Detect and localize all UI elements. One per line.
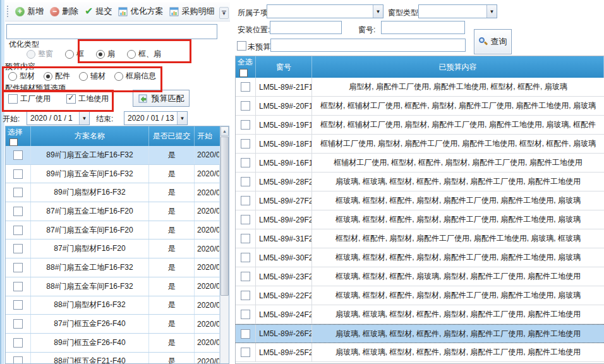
- plan-filter-input[interactable]: [6, 24, 217, 39]
- radio-option[interactable]: 框: [65, 49, 84, 59]
- plan-row-checkbox[interactable]: [13, 338, 23, 348]
- plan-row-checkbox[interactable]: [13, 207, 23, 216]
- toolbar-grip[interactable]: [6, 5, 9, 18]
- window-row-checkbox[interactable]: [241, 253, 250, 262]
- plan-table-row[interactable]: 89#门扇五金工地F16-F32是2020/0: [6, 146, 220, 165]
- window-header-budgeted[interactable]: 已预算内容: [312, 56, 604, 78]
- window-table-row[interactable]: LM5L-89#-24F22扇玻璃, 框玻璃, 框型材, 框配件, 扇型材, 扇…: [236, 305, 604, 324]
- query-button[interactable]: 查询: [474, 29, 512, 54]
- window-row-checkbox[interactable]: [241, 196, 250, 205]
- plan-table-row[interactable]: 88#门扇五金车间F16-F32是2020/0: [6, 277, 220, 296]
- start-date-picker[interactable]: 2020 / 01 / 1 ▼: [27, 111, 90, 125]
- delete-button[interactable]: − 删除: [47, 4, 82, 19]
- select-all-plans-checkbox[interactable]: [9, 138, 18, 146]
- window-row-select-cell: [236, 305, 256, 324]
- usage-option[interactable]: 工地使用: [66, 94, 109, 104]
- select-all-windows-checkbox[interactable]: [239, 69, 248, 77]
- window-row-checkbox[interactable]: [241, 215, 250, 224]
- radio-option[interactable]: 型材: [8, 71, 35, 82]
- window-type-dropdown-button[interactable]: ▼: [486, 5, 497, 18]
- window-table-row[interactable]: LM5L-89#-22F20框玻璃, 框型材, 框配件, 扇型材, 扇配件工厂使…: [236, 286, 604, 305]
- plan-table-row[interactable]: 87#门扇型材F16-F20是2020/0: [6, 240, 220, 258]
- purchase-detail-button[interactable]: 采购明细 ▼: [166, 4, 227, 19]
- plan-table-row[interactable]: 89#门扇型材F16-F32是2020/0: [6, 183, 220, 202]
- window-row-checkbox[interactable]: [241, 177, 250, 186]
- radio-option[interactable]: 扇: [96, 49, 115, 59]
- window-type-combobox[interactable]: ▼: [418, 4, 497, 18]
- plan-table-row[interactable]: 88#门框五金F21-F40是2020/0: [6, 353, 220, 364]
- window-row-checkbox[interactable]: [241, 158, 250, 167]
- window-header-no[interactable]: 窗号: [256, 56, 312, 78]
- add-button[interactable]: + 新增: [12, 4, 47, 19]
- plan-table-row[interactable]: 88#门扇型材F16-F32是2020/0: [6, 296, 220, 315]
- plan-row-checkbox[interactable]: [13, 300, 23, 310]
- scrollbar-thumb[interactable]: [220, 136, 229, 296]
- plan-table-row[interactable]: 87#门扇五金车间F16-F20是2020/0: [6, 221, 220, 240]
- window-row-checkbox[interactable]: [241, 291, 250, 300]
- window-table-row[interactable]: LM5L-89#-29F27框玻璃, 框型材, 框配件, 扇型材, 扇配件工厂使…: [236, 210, 604, 229]
- plan-row-checkbox[interactable]: [13, 150, 23, 160]
- optimize-plan-button[interactable]: 优化方案: [115, 4, 166, 19]
- window-row-checkbox[interactable]: [241, 348, 250, 357]
- scroll-up-icon[interactable]: ▲: [220, 126, 229, 136]
- end-date-dropdown-button[interactable]: ▼: [177, 112, 187, 124]
- window-table-row[interactable]: LM5L-89#-16F15框辅材工厂使用, 框型材, 框配件, 扇型材, 扇配…: [236, 154, 604, 173]
- plan-header-submitted[interactable]: 是否已提交: [149, 126, 195, 146]
- plan-row-checkbox[interactable]: [13, 263, 23, 272]
- submit-button[interactable]: ✔ 提交: [82, 4, 115, 19]
- budget-match-button[interactable]: 预算匹配: [133, 90, 190, 107]
- unbudgeted-checkbox[interactable]: [237, 41, 246, 51]
- plan-row-checkbox[interactable]: [13, 356, 23, 364]
- collapsed-dock-strip[interactable]: [0, 0, 4, 364]
- window-table-row[interactable]: LM5L-89#-26F24扇玻璃, 框玻璃, 框型材, 框配件, 扇型材, 扇…: [236, 324, 604, 343]
- window-row-checkbox[interactable]: [241, 310, 250, 319]
- plan-row-checkbox[interactable]: [13, 319, 23, 329]
- window-table-row[interactable]: LM5L-89#-25F23扇玻璃, 框玻璃, 框型材, 框配件, 扇型材, 扇…: [236, 343, 604, 362]
- radio-option[interactable]: 辅材: [79, 71, 106, 82]
- window-table-row[interactable]: LM5L-89#-23F21框玻璃, 框型材, 框配件, 扇玻璃, 扇型材, 扇…: [236, 267, 604, 286]
- window-table-row[interactable]: LM5L-89#-27F25框玻璃, 框型材, 框配件, 扇型材, 扇配件工厂使…: [236, 191, 604, 210]
- window-type-label: 窗型类型:: [388, 8, 420, 18]
- plan-table-row[interactable]: 89#门框五金F26-F40是2020/0: [6, 334, 220, 353]
- plan-table-row[interactable]: 88#门扇五金工地F16-F32是2020/0: [6, 258, 220, 277]
- window-table-row[interactable]: LM5L-89#-20F18框型材, 框辅材工厂使用, 框配件, 扇型材, 扇配…: [236, 97, 604, 116]
- plan-row-checkbox[interactable]: [13, 282, 23, 291]
- install-position-input[interactable]: [270, 21, 342, 34]
- radio-option[interactable]: 框、扇: [127, 49, 161, 59]
- window-table-row[interactable]: LM5L-89#-18F16框辅材工厂使用, 扇型材, 扇配件工厂使用, 扇配件…: [236, 135, 604, 154]
- window-row-checkbox[interactable]: [241, 139, 250, 149]
- window-table-row[interactable]: LM5L-89#-28F26扇玻璃, 框玻璃, 框型材, 框配件, 扇型材, 扇…: [236, 173, 604, 191]
- end-date-picker[interactable]: 2020 / 01 / 13 ▼: [124, 111, 188, 125]
- plan-table-row[interactable]: 87#门框五金F26-F40是2020/0: [6, 315, 220, 334]
- usage-option[interactable]: 工厂使用: [8, 94, 51, 104]
- plan-row-checkbox[interactable]: [13, 244, 23, 253]
- radio-option[interactable]: 框扇信息: [114, 71, 156, 82]
- sub-item-dropdown-button[interactable]: ▼: [373, 5, 383, 18]
- radio-option[interactable]: 配件: [44, 71, 70, 82]
- plan-header-name[interactable]: 方案名称: [31, 126, 149, 146]
- plan-row-checkbox[interactable]: [13, 169, 23, 179]
- window-table-row[interactable]: LM5L-89#-19F17框型材, 框辅材工厂使用, 扇型材, 扇配件工厂使用…: [236, 116, 604, 135]
- window-row-checkbox[interactable]: [241, 329, 250, 339]
- toolbar-overflow-button[interactable]: ▼: [219, 7, 229, 19]
- plan-row-select-cell: [6, 334, 31, 352]
- window-table-row[interactable]: LM5L-89#-30F28框玻璃, 框型材, 框配件, 扇型材, 扇配件工厂使…: [236, 248, 604, 267]
- sub-item-combobox[interactable]: ▼: [267, 4, 384, 18]
- plan-table-scrollbar[interactable]: ▲: [220, 126, 229, 363]
- start-date-dropdown-button[interactable]: ▼: [79, 112, 89, 124]
- spreadsheet-icon: [169, 7, 179, 16]
- window-row-checkbox[interactable]: [241, 234, 250, 243]
- window-row-checkbox[interactable]: [241, 101, 250, 111]
- plan-table-row[interactable]: 89#门扇五金车间F16-F32是2020/0: [6, 165, 220, 184]
- plan-row-checkbox[interactable]: [13, 188, 23, 197]
- window-row-checkbox[interactable]: [241, 82, 250, 92]
- optimize-plan-label: 优化方案: [130, 6, 163, 17]
- window-row-checkbox[interactable]: [241, 272, 250, 281]
- window-table-row[interactable]: LM5L-89#-21F19扇型材, 扇配件工厂使用, 扇配件工地使用, 框型材…: [236, 78, 604, 97]
- window-no-input[interactable]: [381, 21, 465, 34]
- window-row-checkbox[interactable]: [241, 120, 250, 130]
- window-table-row[interactable]: LM5L-89#-31F29框型材, 框配件, 扇型材, 扇配件工厂使用, 扇配…: [236, 229, 604, 248]
- plan-table-row[interactable]: 87#门扇五金工地F16-F20是2020/0: [6, 202, 220, 221]
- unbudgeted-input[interactable]: [270, 39, 466, 52]
- plan-row-checkbox[interactable]: [13, 226, 23, 235]
